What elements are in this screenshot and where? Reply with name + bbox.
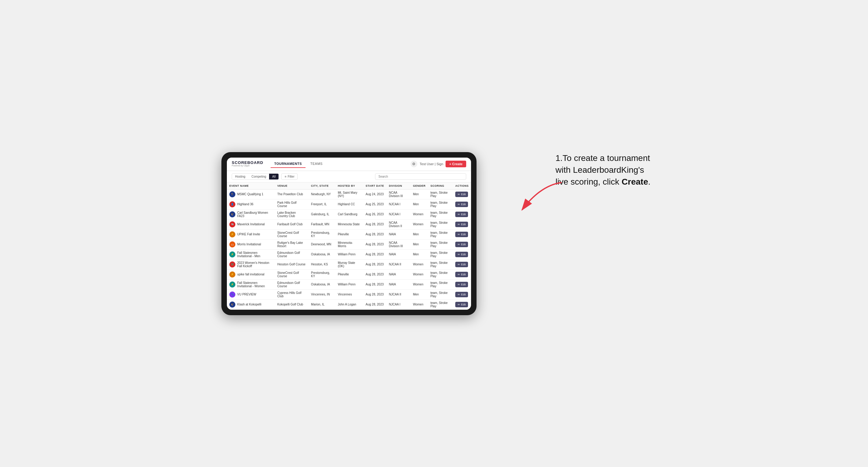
col-actions: ACTIONS — [453, 183, 471, 189]
cell-start-date-1: Aug 25, 2023 — [363, 199, 386, 209]
filter-label: Filter — [288, 175, 294, 178]
cell-scoring-10: team, Stroke Play — [428, 289, 453, 300]
event-name-text-5: Morris Invitational — [237, 243, 261, 246]
edit-icon-0: ✏ — [458, 193, 460, 196]
logo-title: SCOREBOARD — [232, 161, 263, 164]
cell-event-name-9: ⚡ Fall Statesmen Invitational - Women — [227, 279, 275, 289]
team-icon-3: 🐃 — [229, 221, 236, 227]
cell-scoring-7: team, Stroke Play — [428, 259, 453, 269]
edit-button-1[interactable]: ✏ Edit — [455, 201, 468, 207]
cell-event-name-7: 🐻 2023 Women's Hesston Fall Kickoff — [227, 259, 275, 269]
team-icon-4: ⚡ — [229, 231, 236, 238]
cell-scoring-4: team, Stroke Play — [428, 229, 453, 239]
edit-icon-11: ✏ — [458, 303, 460, 306]
scoreboard-logo: SCOREBOARD Powered by Clippit — [232, 161, 263, 167]
cell-scoring-3: team, Stroke Play — [428, 219, 453, 229]
annotation-text: 1.To create a tournament with Leaderboar… — [556, 152, 653, 188]
cell-gender-1: Men — [411, 199, 428, 209]
cell-hosted-by-0: Mt. Saint Mary (NY) — [335, 189, 363, 199]
col-event-name: EVENT NAME — [227, 183, 275, 189]
cell-city-state-7: Hesston, KS — [309, 259, 335, 269]
edit-button-3[interactable]: ✏ Edit — [455, 222, 468, 227]
cell-venue-6: Edmundson Golf Course — [275, 249, 309, 259]
edit-button-10[interactable]: ✏ Edit — [455, 292, 468, 297]
cell-scoring-0: team, Stroke Play — [428, 189, 453, 199]
edit-button-9[interactable]: ✏ Edit — [455, 282, 468, 287]
filter-competing-button[interactable]: Competing — [248, 174, 269, 180]
cell-division-3: NCAA Division II — [386, 219, 410, 229]
nav-tab-tournaments[interactable]: TOURNAMENTS — [271, 160, 306, 168]
filter-options-button[interactable]: ≡ Filter — [281, 174, 298, 180]
cell-division-2: NJCAA I — [386, 209, 410, 219]
cell-gender-11: Women — [411, 300, 428, 309]
cell-venue-10: Cypress Hills Golf Club — [275, 289, 309, 300]
edit-button-7[interactable]: ✏ Edit — [455, 262, 468, 267]
cell-actions-1: ✏ Edit — [453, 199, 471, 209]
cell-venue-1: Park Hills Golf Course — [275, 199, 309, 209]
edit-label-2: Edit — [461, 213, 466, 216]
cell-gender-3: Women — [411, 219, 428, 229]
edit-button-6[interactable]: ✏ Edit — [455, 252, 468, 257]
event-name-text-7: 2023 Women's Hesston Fall Kickoff — [237, 261, 272, 268]
table-row: ⚡ Fall Statesmen Invitational - Men Edmu… — [227, 249, 471, 259]
cell-event-name-2: 🦅 Carl Sandburg Women FA23 — [227, 209, 275, 219]
page-wrapper: SCOREBOARD Powered by Clippit TOURNAMENT… — [221, 152, 647, 315]
cell-gender-10: Men — [411, 289, 428, 300]
cell-venue-4: StoneCrest Golf Course — [275, 229, 309, 239]
cell-actions-6: ✏ Edit — [453, 249, 471, 259]
team-icon-7: 🐻 — [229, 261, 236, 268]
event-name-cell-4: ⚡ UPIKE Fall Invite — [229, 231, 272, 238]
cell-actions-11: ✏ Edit — [453, 300, 471, 309]
main-nav: TOURNAMENTS TEAMS — [271, 160, 411, 168]
edit-button-8[interactable]: ✏ Edit — [455, 272, 468, 277]
search-input[interactable] — [375, 174, 466, 180]
col-division: DIVISION — [386, 183, 410, 189]
cell-division-8: NAIA — [386, 269, 410, 279]
logo-sub: Powered by Clippit — [232, 164, 263, 167]
cell-division-6: NAIA — [386, 249, 410, 259]
cell-city-state-5: Deerwood, MN — [309, 239, 335, 249]
cell-start-date-5: Aug 28, 2023 — [363, 239, 386, 249]
edit-icon-6: ✏ — [458, 253, 460, 256]
table-row: 🦅 Carl Sandburg Women FA23 Lake Bracken … — [227, 209, 471, 219]
edit-label-11: Edit — [461, 303, 466, 306]
cell-event-name-8: ⚡ upike fall invitational — [227, 269, 275, 279]
event-name-text-0: MSMC Qualifying 1 — [237, 192, 263, 196]
cell-venue-11: Kokopelli Golf Club — [275, 300, 309, 309]
cell-gender-8: Women — [411, 269, 428, 279]
annotation-bold: Create — [622, 177, 648, 186]
events-table-container: EVENT NAME VENUE CITY, STATE HOSTED BY S… — [227, 183, 471, 310]
edit-icon-1: ✏ — [458, 203, 460, 206]
edit-button-0[interactable]: ✏ Edit — [455, 192, 468, 197]
nav-tab-teams[interactable]: TEAMS — [307, 160, 326, 168]
col-scoring: SCORING — [428, 183, 453, 189]
edit-button-5[interactable]: ✏ Edit — [455, 242, 468, 247]
edit-button-11[interactable]: ✏ Edit — [455, 302, 468, 307]
cell-hosted-by-4: Pikeville — [335, 229, 363, 239]
cell-hosted-by-1: Highland CC — [335, 199, 363, 209]
edit-button-4[interactable]: ✏ Edit — [455, 232, 468, 237]
team-icon-6: ⚡ — [229, 251, 236, 257]
team-icon-8: ⚡ — [229, 272, 236, 278]
cell-city-state-10: Vincennes, IN — [309, 289, 335, 300]
cell-actions-0: ✏ Edit — [453, 189, 471, 199]
cell-hosted-by-2: Carl Sandburg — [335, 209, 363, 219]
edit-label-0: Edit — [461, 193, 466, 196]
filter-hosting-button[interactable]: Hosting — [232, 174, 248, 180]
event-name-text-8: upike fall invitational — [237, 273, 265, 276]
cell-scoring-9: team, Stroke Play — [428, 279, 453, 289]
settings-icon[interactable]: ⚙ — [411, 161, 417, 167]
cell-actions-3: ✏ Edit — [453, 219, 471, 229]
cell-scoring-1: team, Stroke Play — [428, 199, 453, 209]
edit-label-8: Edit — [461, 273, 466, 276]
create-button[interactable]: + Create — [445, 161, 466, 167]
tablet-frame: SCOREBOARD Powered by Clippit TOURNAMENT… — [221, 152, 476, 315]
cell-hosted-by-9: William Penn — [335, 279, 363, 289]
table-row: 🏌 MSMC Qualifying 1 The Powelton Club Ne… — [227, 189, 471, 199]
cell-start-date-11: Aug 28, 2023 — [363, 300, 386, 309]
filter-all-button[interactable]: All — [269, 174, 279, 180]
cell-hosted-by-3: Minnesota State — [335, 219, 363, 229]
cell-venue-8: StoneCrest Golf Course — [275, 269, 309, 279]
team-icon-11: 🦅 — [229, 302, 236, 308]
edit-button-2[interactable]: ✏ Edit — [455, 212, 468, 217]
